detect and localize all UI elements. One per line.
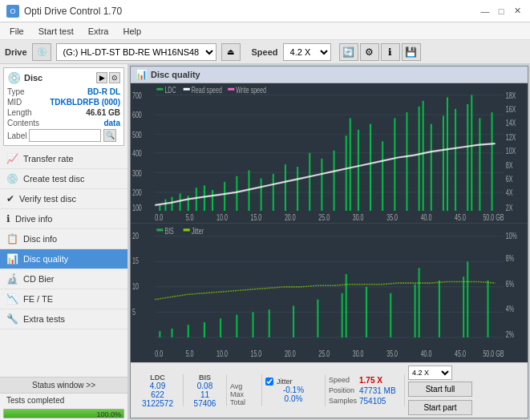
svg-rect-48 bbox=[297, 167, 298, 211]
settings-button[interactable]: ⚙ bbox=[360, 43, 379, 61]
svg-rect-42 bbox=[224, 182, 225, 211]
menu-extra[interactable]: Extra bbox=[82, 25, 115, 38]
disc-label-row: Label 🔍 bbox=[7, 129, 120, 142]
app-icon: O bbox=[6, 5, 19, 18]
drive-icon-btn[interactable]: 💿 bbox=[32, 43, 51, 61]
svg-text:45.0: 45.0 bbox=[455, 349, 466, 358]
maximize-button[interactable]: □ bbox=[495, 5, 508, 18]
svg-rect-51 bbox=[334, 151, 335, 211]
svg-text:5.0: 5.0 bbox=[186, 349, 194, 358]
svg-rect-68 bbox=[471, 95, 472, 211]
start-part-button[interactable]: Start part bbox=[408, 400, 472, 415]
svg-rect-115 bbox=[439, 280, 440, 337]
svg-rect-60 bbox=[443, 115, 444, 211]
jitter-checkbox[interactable] bbox=[265, 378, 273, 386]
svg-text:Read speed: Read speed bbox=[192, 85, 222, 95]
stats-total-label: Total bbox=[230, 398, 258, 406]
stats-ldc-max: 622 bbox=[136, 390, 180, 399]
speed-val: 1.75 X bbox=[359, 376, 382, 385]
minimize-button[interactable]: — bbox=[479, 5, 492, 18]
eject-button[interactable]: ⏏ bbox=[221, 43, 241, 61]
dq-icon: 📊 bbox=[136, 69, 148, 80]
svg-rect-109 bbox=[293, 305, 294, 337]
jitter-checkbox-row: Jitter bbox=[265, 378, 322, 386]
svg-rect-116 bbox=[463, 277, 464, 337]
sidebar-item-verify-test-disc[interactable]: ✔ Verify test disc bbox=[0, 189, 127, 209]
menu-help[interactable]: Help bbox=[116, 25, 148, 38]
svg-text:500: 500 bbox=[132, 131, 142, 140]
menu-file[interactable]: File bbox=[3, 25, 30, 38]
stats-divider-1 bbox=[183, 374, 184, 406]
sidebar-item-disc-quality[interactable]: 📊 Disc quality bbox=[0, 249, 127, 269]
svg-rect-114 bbox=[415, 284, 416, 337]
disc-label-btn[interactable]: 🔍 bbox=[103, 129, 116, 142]
start-full-button[interactable]: Start full bbox=[408, 382, 472, 397]
sidebar-item-fe-te[interactable]: 📉 FE / TE bbox=[0, 289, 127, 309]
sidebar-item-create-test-disc[interactable]: 💿 Create test disc bbox=[0, 169, 127, 189]
drive-select[interactable]: (G:) HL-DT-ST BD-RE WH16NS48 1.D3 bbox=[56, 43, 216, 61]
svg-rect-103 bbox=[188, 325, 189, 337]
toolbar-icons: 🔄 ⚙ ℹ 💾 bbox=[339, 43, 421, 61]
stats-max-label: Max bbox=[230, 390, 258, 398]
sidebar-item-create-test-disc-label: Create test disc bbox=[23, 174, 84, 184]
app-title: Opti Drive Control 1.70 bbox=[24, 6, 122, 17]
svg-rect-71 bbox=[184, 88, 190, 91]
svg-rect-107 bbox=[253, 312, 254, 337]
sidebar-item-drive-info[interactable]: ℹ Drive info bbox=[0, 209, 127, 229]
svg-rect-49 bbox=[309, 153, 310, 211]
svg-text:35.0: 35.0 bbox=[386, 349, 398, 358]
svg-rect-64 bbox=[492, 112, 493, 211]
svg-text:20.0: 20.0 bbox=[285, 349, 296, 358]
svg-text:30.0: 30.0 bbox=[353, 349, 364, 358]
drive-label: Drive bbox=[5, 47, 27, 57]
svg-text:30.0: 30.0 bbox=[353, 212, 364, 222]
status-window-button[interactable]: Status window >> bbox=[0, 378, 127, 394]
stats-col-ldc: LDC 4.09 622 3122572 bbox=[136, 374, 180, 408]
close-button[interactable]: ✕ bbox=[511, 5, 524, 18]
svg-text:50.0 GB: 50.0 GB bbox=[483, 212, 504, 222]
svg-rect-104 bbox=[204, 322, 205, 337]
info-button[interactable]: ℹ bbox=[381, 43, 400, 61]
disc-contents-val: data bbox=[103, 119, 120, 127]
disc-type-row: Type BD-R DL bbox=[7, 87, 120, 96]
svg-rect-37 bbox=[180, 193, 181, 211]
disc-btn-1[interactable]: ▶ bbox=[96, 72, 107, 83]
svg-rect-73 bbox=[228, 88, 234, 91]
sidebar-item-disc-info[interactable]: 📋 Disc info bbox=[0, 229, 127, 249]
position-row: Position 47731 MB bbox=[329, 386, 401, 395]
chart-bottom-svg: 20 15 10 5 10% 8% 6% 4% 2% 0.0 5.0 10.0 bbox=[131, 224, 528, 363]
speed-select[interactable]: 4.2 X bbox=[283, 43, 331, 61]
svg-text:20: 20 bbox=[132, 231, 139, 240]
menu-start-test[interactable]: Start test bbox=[32, 25, 80, 38]
svg-rect-102 bbox=[172, 328, 173, 337]
svg-rect-113 bbox=[390, 293, 391, 337]
sidebar-item-extra-tests[interactable]: 🔧 Extra tests bbox=[0, 309, 127, 329]
svg-rect-120 bbox=[467, 261, 468, 337]
stats-divider-2 bbox=[226, 374, 227, 406]
nav-menu: 📈 Transfer rate 💿 Create test disc ✔ Ver… bbox=[0, 149, 127, 329]
stats-speed-select[interactable]: 4.2 X bbox=[408, 365, 452, 380]
chart-top-svg: 700 600 500 400 300 200 100 18X 16X 14X … bbox=[131, 83, 528, 223]
svg-rect-56 bbox=[394, 118, 395, 211]
svg-text:15.0: 15.0 bbox=[251, 349, 262, 358]
svg-rect-108 bbox=[269, 309, 270, 337]
sidebar-item-cd-bier[interactable]: 🔬 CD Bier bbox=[0, 269, 127, 289]
svg-rect-110 bbox=[317, 299, 318, 337]
verify-test-disc-icon: ✔ bbox=[6, 193, 14, 204]
disc-mid-val: TDKBLDRFB (000) bbox=[50, 98, 120, 107]
disc-btn-2[interactable]: ⊙ bbox=[109, 72, 120, 83]
save-button[interactable]: 💾 bbox=[402, 43, 421, 61]
svg-rect-39 bbox=[196, 188, 197, 211]
stats-controls: 4.2 X Start full Start part bbox=[408, 365, 472, 415]
svg-rect-118 bbox=[346, 274, 347, 337]
disc-label-input[interactable] bbox=[29, 129, 101, 142]
svg-text:35.0: 35.0 bbox=[386, 212, 398, 222]
dq-header: 📊 Disc quality bbox=[131, 67, 528, 83]
disc-contents-label: Contents bbox=[7, 119, 39, 127]
stats-row-header-empty bbox=[230, 374, 258, 382]
refresh-button[interactable]: 🔄 bbox=[339, 43, 358, 61]
sidebar-item-transfer-rate[interactable]: 📈 Transfer rate bbox=[0, 149, 127, 169]
sidebar-item-fe-te-label: FE / TE bbox=[23, 294, 53, 304]
stats-avg-label: Avg bbox=[230, 382, 258, 390]
svg-text:5.0: 5.0 bbox=[186, 212, 194, 222]
